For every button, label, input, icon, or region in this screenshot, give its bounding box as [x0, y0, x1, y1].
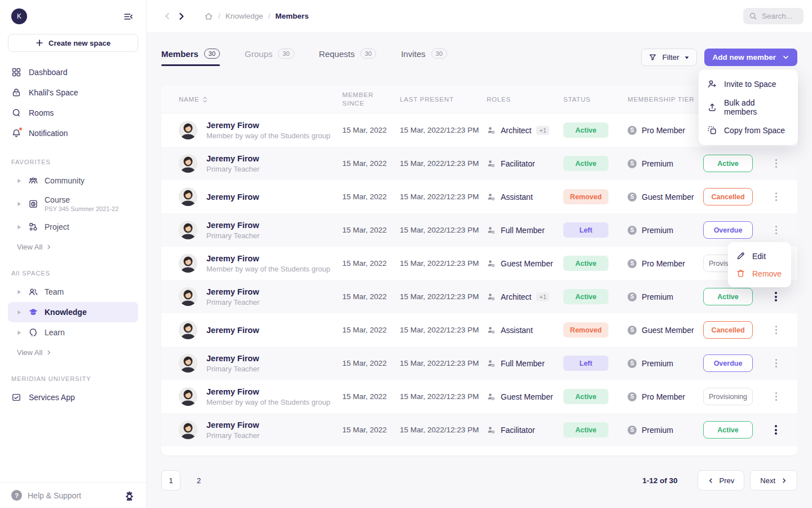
menu-item-bulk-add-members[interactable]: Bulk add members [699, 94, 798, 121]
sort-icon [203, 97, 207, 103]
sidebar-item-course[interactable]: Course PSY 345 Summer 2021-22 [8, 191, 138, 217]
column-header-status[interactable]: STATUS [563, 95, 628, 104]
sidebar-item-community[interactable]: Community [8, 170, 138, 191]
column-header-name[interactable]: NAME [179, 95, 342, 104]
breadcrumb-section[interactable]: Knowledge [226, 12, 263, 20]
member-avatar [179, 221, 197, 239]
actions-cell: Active [703, 155, 788, 172]
collapse-sidebar-icon[interactable] [122, 10, 135, 23]
sidebar-item-label: Course [45, 195, 118, 204]
column-header-membership-tier[interactable]: MEMBERSHIP TIER [628, 95, 703, 104]
table-row[interactable]: Jeremy Firow Primary Teacher 15 Mar, 202… [161, 347, 797, 380]
page-button-1[interactable]: 1 [161, 470, 180, 491]
sidebar-item-project[interactable]: Project [8, 217, 138, 237]
search-box[interactable] [743, 8, 804, 24]
prev-page-button[interactable]: Prev [698, 470, 745, 491]
subscription-button[interactable]: Overdue [703, 221, 753, 239]
sidebar-item-rooms[interactable]: Rooms [0, 103, 146, 123]
sidebar-item-khalils-space[interactable]: Khalil's Space [0, 82, 146, 103]
subscription-button[interactable]: Cancelled [703, 321, 753, 339]
column-header-member-since[interactable]: MEMBER SINCE [342, 91, 400, 108]
menu-item-invite-to-space[interactable]: Invite to Space [699, 75, 798, 94]
subscription-button[interactable]: Provisioning [703, 388, 753, 405]
sidebar-item-team[interactable]: Team [8, 282, 138, 302]
sidebar-item-knowledge[interactable]: Knowledge [8, 302, 138, 322]
member-name-cell[interactable]: Jeremy Firow Member by way of the Studen… [179, 253, 342, 274]
context-menu-edit[interactable]: Edit [728, 247, 791, 265]
column-header-roles[interactable]: ROLES [487, 95, 563, 104]
sidebar-item-services-app[interactable]: Services App [0, 387, 146, 408]
search-input[interactable] [762, 12, 798, 20]
role-extra-badge[interactable]: +1 [536, 126, 549, 135]
member-name-cell[interactable]: Jeremy Firow Member by way of the Studen… [179, 120, 342, 141]
help-support-link[interactable]: Help & Support [28, 491, 81, 500]
table-row[interactable]: Jeremy Firow 15 Mar, 2022 15 Mar, 2022/1… [161, 180, 797, 213]
member-since-cell: 15 Mar, 2022 [342, 359, 400, 367]
table-row[interactable]: Jeremy Firow Primary Teacher 15 Mar, 202… [161, 280, 797, 313]
chevron-left-icon [708, 478, 714, 484]
project-icon [28, 222, 38, 232]
tab-groups[interactable]: Groups 30 [245, 49, 294, 66]
column-header-last-present[interactable]: LAST PRESENT [400, 95, 487, 104]
row-menu-button[interactable] [772, 223, 781, 238]
role-extra-badge[interactable]: +1 [536, 292, 549, 301]
user-avatar[interactable]: K [11, 8, 27, 24]
next-page-button[interactable]: Next [750, 470, 797, 491]
page-button-2[interactable]: 2 [197, 476, 201, 485]
row-menu-button[interactable] [771, 422, 780, 438]
table-row[interactable]: Jeremy Firow Primary Teacher 15 Mar, 202… [161, 147, 797, 180]
view-all-spaces-link[interactable]: View All [0, 343, 146, 362]
subscription-button[interactable]: Overdue [703, 354, 753, 372]
sidebar-item-notification[interactable]: Notification [0, 123, 146, 143]
graduation-cap-icon [28, 307, 38, 317]
row-menu-button[interactable] [772, 389, 781, 404]
tab-members[interactable]: Members 30 [161, 49, 220, 66]
create-new-space-label: Create new space [48, 39, 111, 47]
view-all-favorites-link[interactable]: View All [0, 237, 146, 257]
member-name-cell[interactable]: Jeremy Firow Member by way of the Studen… [179, 386, 342, 408]
subscription-button[interactable]: Active [703, 421, 753, 439]
subscription-button[interactable]: Active [703, 288, 753, 305]
filter-button[interactable]: Filter [641, 49, 697, 66]
subscription-button[interactable]: Cancelled [703, 188, 753, 205]
sidebar-item-learn[interactable]: Learn [8, 322, 138, 343]
member-name-cell[interactable]: Jeremy Firow Primary Teacher [179, 153, 342, 174]
member-name-cell[interactable]: Jeremy Firow [179, 187, 342, 206]
member-name-cell[interactable]: Jeremy Firow [179, 321, 342, 339]
add-new-member-button[interactable]: Add new member [704, 49, 797, 66]
table-row[interactable]: Jeremy Firow Primary Teacher 15 Mar, 202… [161, 413, 797, 446]
row-context-menu: Edit Remove [728, 242, 791, 287]
member-since-cell: 15 Mar, 2022 [342, 226, 400, 234]
row-menu-button[interactable] [771, 289, 780, 305]
row-menu-button[interactable] [772, 190, 781, 204]
create-new-space-button[interactable]: Create new space [8, 34, 138, 52]
tab-requests[interactable]: Requests 30 [319, 49, 377, 66]
chevron-right-icon [46, 350, 51, 355]
gear-icon[interactable] [125, 491, 135, 501]
nav-back-icon[interactable] [160, 9, 174, 24]
home-icon[interactable] [204, 12, 213, 21]
caret-right-icon [17, 290, 22, 295]
row-menu-button[interactable] [772, 323, 781, 338]
member-subtitle: Member by way of the Students group [206, 264, 330, 274]
context-menu-remove[interactable]: Remove [728, 265, 791, 282]
member-name-cell[interactable]: Jeremy Firow Primary Teacher [179, 220, 342, 241]
table-row[interactable]: Jeremy Firow Member by way of the Studen… [161, 247, 797, 280]
member-name-cell[interactable]: Jeremy Firow Primary Teacher [179, 353, 342, 374]
member-name-cell[interactable]: Jeremy Firow Primary Teacher [179, 286, 342, 308]
subscription-button[interactable]: Active [703, 155, 753, 172]
row-menu-button[interactable] [772, 356, 781, 371]
table-row[interactable]: Jeremy Firow Member by way of the Studen… [161, 380, 797, 413]
menu-item-copy-from-space[interactable]: Copy from Space [699, 121, 798, 140]
nav-forward-icon[interactable] [174, 9, 189, 24]
last-present-cell: 15 Mar, 2022/12:23 PM [400, 392, 487, 401]
table-row[interactable]: Jeremy Firow 15 Mar, 2022 15 Mar, 2022/1… [161, 313, 797, 347]
table-row[interactable]: Jeremy Firow Primary Teacher 15 Mar, 202… [161, 213, 797, 247]
row-menu-button[interactable] [772, 156, 781, 171]
role-label: Architect [501, 292, 531, 301]
role-label: Guest Member [501, 259, 553, 268]
tab-invites[interactable]: Invites 30 [401, 49, 447, 66]
sidebar-item-dashboard[interactable]: Dashboard [0, 62, 146, 82]
member-name-cell[interactable]: Jeremy Firow Primary Teacher [179, 419, 342, 441]
tier-icon: S [628, 126, 637, 135]
